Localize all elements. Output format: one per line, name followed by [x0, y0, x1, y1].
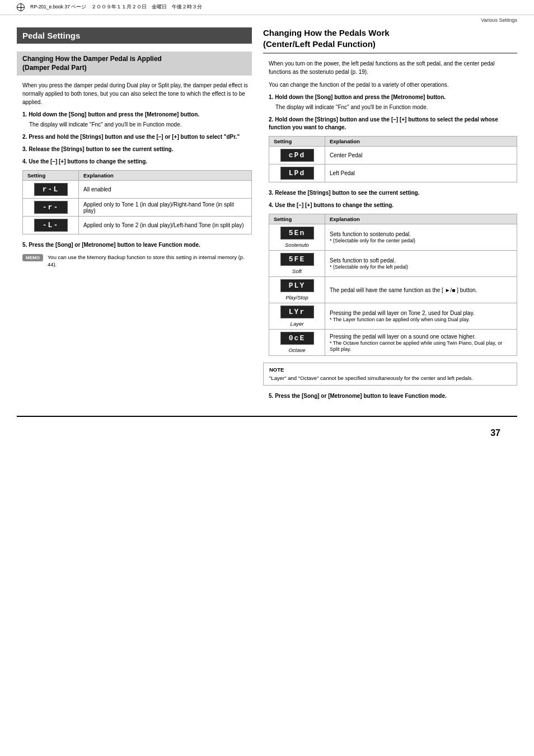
memo-text: You can use the Memory Backup function t…: [48, 253, 246, 269]
right-column: Changing How the Pedals Work (Center/Lef…: [263, 27, 517, 405]
explanation-cell: Left Pedal: [325, 165, 517, 182]
right-select-table: Setting Explanation cPdCenter PedalLPdLe…: [269, 136, 517, 182]
sub-label: Play/Stop: [285, 294, 308, 300]
right-function-table: Setting Explanation 5EnSostenutoSets fun…: [269, 214, 517, 356]
setting-cell: LPd: [269, 165, 325, 182]
file-info: RP-201_e.book 37 ページ ２００９年１１月２０日 金曜日 午後２…: [30, 4, 202, 11]
right-fn-col-setting: Setting: [269, 214, 325, 224]
top-bar: RP-201_e.book 37 ページ ２００９年１１月２０日 金曜日 午後２…: [0, 0, 534, 15]
explanation-cell: Sets function to sostenuto pedal.* (Sele…: [325, 224, 517, 251]
left-step-3-title: 3. Release the [Strings] button to see t…: [22, 145, 252, 153]
right-step-2-title: 2. Hold down the [Strings] button and us…: [269, 116, 517, 132]
right-step-5-title: 5. Press the [Song] or [Metronome] butto…: [269, 392, 517, 400]
left-column: Pedal Settings Changing How the Damper P…: [17, 27, 252, 405]
right-step-1-sub: The display will indicate "Fnc" and you'…: [275, 104, 517, 111]
left-step-4: 4. Use the [–] [+] buttons to change the…: [22, 158, 252, 166]
left-step-3: 3. Release the [Strings] button to see t…: [22, 145, 252, 153]
table-col-explanation: Explanation: [79, 171, 252, 181]
right-step-2: 2. Hold down the [Strings] button and us…: [269, 116, 517, 132]
setting-cell: LYrLayer: [269, 303, 325, 330]
lcd-display: LPd: [280, 167, 314, 180]
left-step-5: 5. Press the [Song] or [Metronome] butto…: [22, 241, 252, 249]
lcd-display: -r-: [34, 201, 68, 214]
explanation-cell: Applied only to Tone 1 (in dual play)/Ri…: [79, 199, 252, 217]
table-row: 5EnSostenutoSets function to sostenuto p…: [269, 224, 517, 251]
page-number: 37: [490, 428, 500, 438]
section-label: Various Settings: [0, 15, 534, 27]
setting-cell: 5EnSostenuto: [269, 224, 325, 251]
table-row: -L-Applied only to Tone 2 (in dual play)…: [23, 217, 252, 234]
lcd-display: 0cE: [280, 332, 314, 345]
table-row: cPdCenter Pedal: [269, 147, 517, 165]
left-settings-table: Setting Explanation r-LAll enabled-r-App…: [22, 170, 252, 234]
right-fn-col-explanation: Explanation: [325, 214, 517, 224]
sub-label: Octave: [288, 347, 305, 353]
right-step-5: 5. Press the [Song] or [Metronome] butto…: [269, 392, 517, 400]
left-step-2: 2. Press and hold the [Strings] button a…: [22, 133, 252, 141]
right-intro-text-1: When you turn on the power, the left ped…: [269, 59, 517, 76]
reg-mark-top-left: [17, 3, 25, 11]
subsection-title: Changing How the Damper Pedal is Applied…: [17, 51, 252, 76]
right-step-4: 4. Use the [–] [+] buttons to change the…: [269, 201, 517, 209]
explanation-cell: All enabled: [79, 181, 252, 199]
right-step-1-title: 1. Hold down the [Song] button and press…: [269, 93, 517, 101]
setting-cell: -L-: [23, 217, 79, 234]
left-step-1: 1. Hold down the [Song] button and press…: [22, 111, 252, 129]
page-number-area: 37: [17, 416, 517, 444]
setting-cell: 0cEOctave: [269, 330, 325, 356]
memo-tag: MEMO: [22, 254, 43, 261]
note-text: "Layer" and "Octave" cannot be specified…: [269, 374, 511, 382]
sub-label: Soft: [292, 268, 302, 274]
table-row: -r-Applied only to Tone 1 (in dual play)…: [23, 199, 252, 217]
explanation-cell: Applied only to Tone 2 (in dual play)/Le…: [79, 217, 252, 234]
lcd-display: LYr: [280, 306, 314, 318]
right-intro-text-2: You can change the function of the pedal…: [269, 81, 517, 89]
lcd-display: 5FE: [280, 253, 314, 266]
left-intro-text: When you press the damper pedal during D…: [22, 81, 252, 106]
memo-box: MEMO You can use the Memory Backup funct…: [22, 253, 246, 269]
setting-cell: PLYPlay/Stop: [269, 277, 325, 303]
right-table-col-explanation: Explanation: [325, 137, 517, 147]
table-col-setting: Setting: [23, 171, 79, 181]
explanation-cell: Pressing the pedal will layer on a sound…: [325, 330, 517, 356]
table-row: 5FESoftSets function to soft pedal.* (Se…: [269, 251, 517, 277]
setting-cell: 5FESoft: [269, 251, 325, 277]
table-row: LPdLeft Pedal: [269, 165, 517, 182]
explanation-cell: Center Pedal: [325, 147, 517, 165]
right-step-1: 1. Hold down the [Song] button and press…: [269, 93, 517, 111]
left-step-2-title: 2. Press and hold the [Strings] button a…: [22, 133, 252, 141]
main-content: Pedal Settings Changing How the Damper P…: [0, 27, 534, 405]
sub-label: Layer: [291, 321, 304, 327]
lcd-display: -L-: [34, 219, 68, 232]
explanation-cell: Pressing the pedal will layer on Tone 2,…: [325, 303, 517, 330]
left-step-1-sub: The display will indicate "Fnc" and you'…: [29, 121, 252, 129]
right-section-title: Changing How the Pedals Work (Center/Lef…: [263, 27, 517, 54]
left-step-4-title: 4. Use the [–] [+] buttons to change the…: [22, 158, 252, 166]
note-box: NOTE "Layer" and "Octave" cannot be spec…: [263, 363, 517, 386]
explanation-cell: Sets function to soft pedal.* (Selectabl…: [325, 251, 517, 277]
lcd-display: PLY: [280, 279, 314, 292]
table-row: 0cEOctavePressing the pedal will layer o…: [269, 330, 517, 356]
table-row: PLYPlay/StopThe pedal will have the same…: [269, 277, 517, 303]
left-step-5-title: 5. Press the [Song] or [Metronome] butto…: [22, 241, 252, 249]
right-table-col-setting: Setting: [269, 137, 325, 147]
lcd-display: 5En: [280, 227, 314, 240]
right-step-4-title: 4. Use the [–] [+] buttons to change the…: [269, 201, 517, 209]
lcd-display: cPd: [280, 149, 314, 162]
sub-label: Sostenuto: [285, 242, 309, 248]
right-step-3-title: 3. Release the [Strings] button to see t…: [269, 189, 517, 197]
explanation-cell: The pedal will have the same function as…: [325, 277, 517, 303]
right-step-3: 3. Release the [Strings] button to see t…: [269, 189, 517, 197]
setting-cell: r-L: [23, 181, 79, 199]
lcd-display: r-L: [34, 183, 68, 196]
section-title: Pedal Settings: [17, 27, 252, 44]
setting-cell: -r-: [23, 199, 79, 217]
setting-cell: cPd: [269, 147, 325, 165]
note-tag: NOTE: [269, 367, 511, 373]
table-row: LYrLayerPressing the pedal will layer on…: [269, 303, 517, 330]
left-step-1-title: 1. Hold down the [Song] button and press…: [22, 111, 252, 119]
table-row: r-LAll enabled: [23, 181, 252, 199]
